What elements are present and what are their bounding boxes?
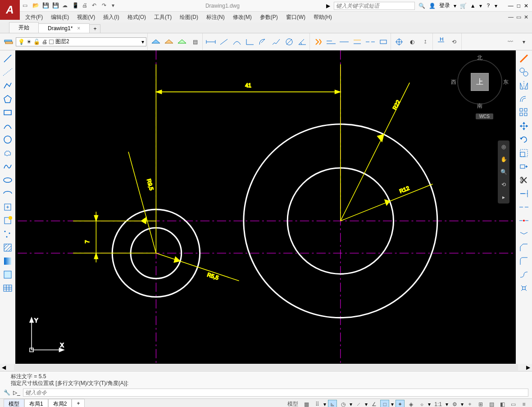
menu-draw[interactable]: 绘图(D) (180, 14, 198, 21)
trim-icon[interactable] (518, 174, 530, 186)
line-icon[interactable] (1, 52, 14, 65)
make-block-icon[interactable] (1, 214, 14, 227)
layer-prev-icon[interactable] (176, 36, 188, 48)
construction-line-icon[interactable] (1, 66, 14, 78)
dim-space-icon[interactable] (351, 36, 364, 48)
open-icon[interactable]: 📂 (32, 2, 40, 9)
web-icon[interactable]: ☁ (62, 2, 69, 9)
erase-icon[interactable] (518, 52, 530, 65)
menu-insert[interactable]: 插入(I) (103, 14, 119, 21)
explode-icon[interactable] (518, 282, 530, 294)
horizontal-scrollbar[interactable]: ◀▶ (0, 364, 532, 371)
inspect-icon[interactable]: ◐ (406, 36, 418, 48)
dim-edit-icon[interactable]: H (435, 36, 447, 48)
hatch-icon[interactable] (1, 241, 14, 254)
circle-icon[interactable] (1, 133, 14, 146)
app-icon[interactable]: ▲ (470, 3, 476, 9)
menu-help[interactable]: 帮助(H) (314, 14, 332, 21)
chevron-down-icon[interactable]: ▾ (141, 39, 144, 45)
status-tab-model[interactable]: 模型 (4, 399, 24, 407)
rectangle-icon[interactable] (1, 106, 14, 119)
user-icon[interactable]: 👤 (429, 3, 436, 9)
maximize-icon[interactable]: □ (517, 3, 520, 9)
saveas-icon[interactable]: 💾 (52, 2, 59, 9)
layer-properties-icon[interactable] (3, 36, 15, 48)
dim-ordinate-icon[interactable] (244, 36, 256, 48)
showmotion-icon[interactable]: ▸ (499, 193, 508, 202)
drawing-canvas[interactable]: 41 7 R9,5 R5,5 (15, 50, 516, 364)
dropdown-icon[interactable]: ▾ (479, 3, 482, 9)
zoom-icon[interactable]: 🔍 (499, 167, 508, 176)
settings-icon[interactable]: ▾ (518, 36, 530, 48)
layer-state-icon[interactable] (150, 36, 162, 48)
copy-icon[interactable] (518, 66, 530, 78)
new-icon[interactable]: ▭ (23, 2, 30, 9)
wheel-icon[interactable]: ◎ (499, 142, 508, 151)
scale-label[interactable]: 1:1 (432, 400, 444, 407)
cart-icon[interactable]: 🛒 (460, 3, 467, 9)
viewcube-south[interactable]: 南 (477, 102, 482, 110)
iso-icon[interactable]: ⟋ (354, 400, 363, 407)
break-icon[interactable] (518, 214, 530, 227)
region-icon[interactable] (1, 268, 14, 281)
chamfer-icon[interactable] (518, 241, 530, 254)
ortho-icon[interactable]: ⊾ (328, 400, 337, 407)
revision-cloud-icon[interactable] (1, 147, 14, 159)
login-label[interactable]: 登录 (439, 2, 450, 9)
point-icon[interactable] (1, 228, 14, 240)
dropdown-icon[interactable]: ▾ (454, 3, 456, 9)
arc-icon[interactable] (1, 120, 14, 132)
array-icon[interactable] (518, 106, 530, 119)
spline-icon[interactable] (1, 160, 14, 173)
move-icon[interactable] (518, 120, 530, 132)
gear-icon[interactable]: ⚙ (450, 400, 459, 407)
tolerance-icon[interactable] (377, 36, 390, 48)
dim-continue-icon[interactable] (338, 36, 350, 48)
menu-window[interactable]: 窗口(W) (286, 14, 305, 21)
viewcube-east[interactable]: 东 (503, 78, 509, 86)
help-icon[interactable]: ？ (486, 2, 491, 9)
menu-file[interactable]: 文件(F) (25, 14, 43, 21)
print-icon[interactable]: 🖨 (82, 2, 89, 9)
stretch-icon[interactable] (518, 160, 530, 173)
ellipse-arc-icon[interactable] (1, 187, 14, 200)
menu-dim[interactable]: 标注(N) (206, 14, 225, 21)
layer-selector[interactable]: 💡 ☀ 🔓 🖨 图层2 ▾ (16, 37, 146, 46)
polar-icon[interactable]: ◷ (339, 400, 348, 407)
offset-icon[interactable] (518, 93, 530, 105)
close-icon[interactable]: ✕ (524, 3, 528, 9)
dim-baseline-icon[interactable] (325, 36, 337, 48)
wcs-badge[interactable]: WCS (476, 113, 493, 119)
viewcube-north[interactable]: 北 (477, 54, 482, 62)
dim-angular-icon[interactable] (296, 36, 309, 48)
binoculars-icon[interactable]: 🔍 (418, 3, 425, 9)
dim-arc-icon[interactable] (231, 36, 243, 48)
dim-linear-icon[interactable] (205, 36, 217, 48)
dim-aligned-icon[interactable] (218, 36, 230, 48)
ellipse-icon[interactable] (1, 174, 14, 186)
undo-icon[interactable]: ↶ (92, 2, 99, 9)
doc-restore-icon[interactable]: ▭ (516, 14, 521, 20)
quick-prop-icon[interactable]: ▤ (487, 400, 496, 407)
command-input[interactable] (23, 389, 528, 397)
menu-format[interactable]: 格式(O) (127, 14, 146, 21)
gradient-icon[interactable] (1, 255, 14, 267)
extend-icon[interactable] (518, 187, 530, 200)
pan-icon[interactable]: ✋ (499, 155, 508, 164)
save-icon[interactable]: 💾 (42, 2, 50, 9)
status-tab-layout2[interactable]: 布局2 (48, 399, 72, 407)
units-icon[interactable]: ⊞ (476, 400, 485, 407)
navigation-bar[interactable]: ◎ ✋ 🔍 ⟲ ▸ (498, 140, 509, 204)
menu-tool[interactable]: 工具(T) (154, 14, 172, 21)
dim-diameter-icon[interactable] (283, 36, 296, 48)
table-icon[interactable] (1, 282, 14, 294)
layer-iso-icon[interactable] (163, 36, 175, 48)
dim-jogged-icon[interactable] (270, 36, 282, 48)
minimize-icon[interactable]: — (508, 3, 514, 9)
break-point-icon[interactable] (518, 201, 530, 213)
menu-modify[interactable]: 修改(M) (233, 14, 252, 21)
menu-view[interactable]: 视图(V) (77, 14, 95, 21)
tab-close-icon[interactable]: × (77, 25, 80, 32)
plus-icon[interactable]: + (465, 400, 474, 407)
layer-match-icon[interactable]: ▤ (189, 36, 201, 48)
